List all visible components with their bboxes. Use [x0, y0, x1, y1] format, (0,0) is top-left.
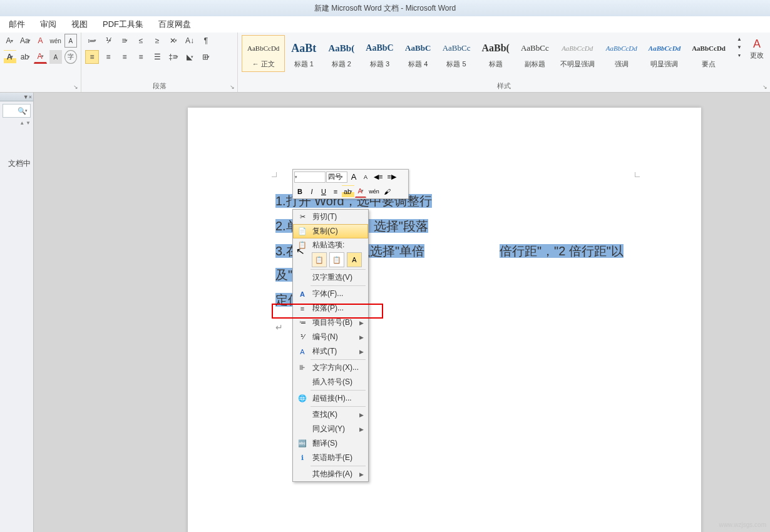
document-page[interactable]: 1.打开 Word，选中要调整行 2.单击鼠标右键，选择"段落 3.在"行距"中…	[188, 108, 701, 532]
tab-view[interactable]: 视图	[71, 19, 88, 30]
style-normal[interactable]: AaBbCcDd← 正文	[242, 35, 285, 72]
mini-italic[interactable]: I	[306, 185, 317, 198]
nav-pin-icon[interactable]: ▼	[23, 94, 29, 100]
styles-scroll-down[interactable]: ▼	[732, 43, 746, 51]
styles-expand[interactable]: ▾	[732, 51, 746, 59]
nav-prev-next[interactable]: ▲▼	[3, 120, 31, 126]
document-area: 1.打开 Word，选中要调整行 2.单击鼠标右键，选择"段落 3.在"行距"中…	[34, 93, 770, 532]
context-menu: ✂剪切(T) 📄复制(C) 📋粘贴选项: 📋 📋 A 汉字重选(V) A字体(F…	[292, 209, 369, 482]
ctx-other[interactable]: 其他操作(A)▶	[293, 467, 368, 481]
tab-pdftools[interactable]: PDF工具集	[103, 19, 143, 30]
font-color-button[interactable]: A▾	[34, 50, 46, 64]
distribute-button[interactable]: ☰	[150, 50, 164, 64]
style-title[interactable]: AaBb(标题	[476, 35, 515, 72]
mini-phonetic[interactable]: wén	[367, 185, 381, 198]
shading-button[interactable]: ◣▾	[183, 50, 197, 64]
paste-text-only[interactable]: A	[347, 252, 362, 267]
change-case-button[interactable]: Aa▾	[19, 34, 31, 48]
font-dialog-launcher[interactable]: ↘	[72, 83, 80, 91]
styles-dialog-launcher[interactable]: ↘	[761, 83, 769, 91]
mini-highlight[interactable]: ab▾	[342, 185, 354, 198]
change-styles-button[interactable]: A 更改	[747, 35, 766, 63]
numbering-button[interactable]: ⅟▾	[101, 34, 115, 48]
style-intense-emphasis[interactable]: AaBbCcDd明显强调	[643, 35, 686, 72]
ctx-find[interactable]: 查找(K)▶	[293, 407, 368, 422]
align-justify-button[interactable]: ≡	[134, 50, 148, 64]
nav-close-icon[interactable]: ×	[29, 94, 32, 100]
tab-mail[interactable]: 邮件	[9, 19, 25, 30]
clear-format-button[interactable]: A	[34, 34, 46, 48]
paragraph-dialog-launcher[interactable]: ↘	[228, 83, 236, 91]
styles-group: AaBbCcDd← 正文 AaBt标题 1 AaBb(标题 2 AaBbC标题 …	[238, 33, 770, 92]
nav-search-input[interactable]: 🔍 ▾	[3, 104, 31, 118]
mini-format-painter[interactable]: 🖌	[382, 185, 393, 198]
style-strong[interactable]: AaBbCcDd要点	[686, 35, 731, 72]
multilevel-button[interactable]: ≡▾	[118, 34, 131, 48]
ctx-synonym[interactable]: 同义词(Y)▶	[293, 422, 368, 436]
ctx-copy[interactable]: 📄复制(C)	[293, 224, 368, 238]
ctx-style[interactable]: A样式(T)▶	[293, 344, 368, 359]
ctx-textdir[interactable]: ⊪文字方向(X)...	[293, 361, 368, 375]
ctx-bullets[interactable]: ≔项目符号(B)▶	[293, 315, 368, 330]
style-heading1[interactable]: AaBt标题 1	[285, 35, 322, 72]
paste-keep-source[interactable]: 📋	[312, 252, 327, 267]
borders-button[interactable]: ⊞▾	[199, 50, 213, 64]
paste-merge[interactable]: 📋	[329, 252, 344, 267]
align-right-button[interactable]: ≡	[118, 50, 131, 64]
char-border-button[interactable]: A	[64, 34, 77, 48]
align-center-button[interactable]: ≡	[101, 50, 115, 64]
mini-font-color[interactable]: A▾	[355, 185, 366, 198]
mini-bold[interactable]: B	[294, 185, 305, 198]
ctx-font[interactable]: A字体(F)...	[293, 287, 368, 301]
cut-icon: ✂	[297, 212, 307, 222]
paragraph-icon: ≡	[297, 304, 307, 314]
show-marks-button[interactable]: ¶	[199, 34, 213, 48]
style-subtle-emphasis[interactable]: AaBbCcDd不明显强调	[555, 35, 600, 72]
align-left-button[interactable]: ≡	[85, 50, 99, 64]
mini-font-select[interactable]: ▾	[294, 171, 326, 183]
mini-shrink-font[interactable]: A	[360, 171, 371, 183]
increase-indent-button[interactable]: ≥	[150, 34, 164, 48]
ctx-separator	[311, 406, 366, 407]
ctx-numbering[interactable]: ⅟编号(N)▶	[293, 330, 368, 344]
ctx-enghelp[interactable]: ℹ英语助手(E)	[293, 451, 368, 465]
style-heading3[interactable]: AaBbC标题 3	[360, 35, 399, 72]
bullets-icon: ≔	[297, 318, 307, 328]
mini-decrease-indent[interactable]: ◀≡	[372, 171, 384, 183]
mini-center[interactable]: ≡	[330, 185, 341, 198]
hyperlink-icon: 🌐	[297, 394, 307, 404]
char-shading-button[interactable]: A	[49, 50, 62, 64]
style-subtitle[interactable]: AaBbCc副标题	[515, 35, 555, 72]
mini-fontsize-select[interactable]: 四号▾	[326, 171, 347, 183]
nav-status-text: 文档中	[0, 127, 33, 169]
tab-baidu[interactable]: 百度网盘	[158, 19, 191, 30]
enclose-char-button[interactable]: 字	[64, 50, 77, 64]
ctx-hyperlink[interactable]: 🌐超链接(H)...	[293, 391, 368, 406]
textdir-icon: ⊪	[297, 363, 307, 373]
window-title: 新建 Microsoft Word 文档 - Microsoft Word	[0, 0, 770, 16]
mini-increase-indent[interactable]: ≡▶	[385, 171, 398, 183]
style-heading4[interactable]: AaBbC标题 4	[399, 35, 437, 72]
ctx-symbol[interactable]: 插入符号(S)	[293, 375, 368, 389]
tab-review[interactable]: 审阅	[40, 19, 56, 30]
phonetic-button[interactable]: wén	[49, 34, 61, 48]
char-fill-button[interactable]: ab▾	[19, 50, 31, 64]
paragraph-group: ≔▾ ⅟▾ ≡▾ ≤ ≥ ✕▾ A↓ ¶ ≡ ≡ ≡ ≡ ☰ ‡≡▾ ◣▾ ⊞▾…	[81, 33, 238, 92]
styles-scroll-up[interactable]: ▲	[732, 35, 746, 43]
ctx-hanzi[interactable]: 汉字重选(V)	[293, 270, 368, 285]
mini-grow-font[interactable]: A	[348, 171, 359, 183]
style-heading2[interactable]: AaBb(标题 2	[322, 35, 360, 72]
ctx-paragraph[interactable]: ≡段落(P)...	[293, 301, 368, 315]
line-spacing-button[interactable]: ‡≡▾	[167, 50, 180, 64]
sort-button[interactable]: A↓	[183, 34, 197, 48]
ctx-cut[interactable]: ✂剪切(T)	[293, 210, 368, 224]
asian-layout-button[interactable]: ✕▾	[167, 34, 180, 48]
style-emphasis[interactable]: AaBbCcDd强调	[600, 35, 643, 72]
decrease-indent-button[interactable]: ≤	[134, 34, 148, 48]
mini-underline[interactable]: U	[318, 185, 329, 198]
grow-font-button[interactable]: A▼	[4, 34, 16, 48]
bullets-button[interactable]: ≔▾	[85, 34, 99, 48]
style-heading5[interactable]: AaBbCc标题 5	[437, 35, 476, 72]
highlight-button[interactable]: A▾	[4, 50, 16, 64]
ctx-translate[interactable]: 🔤翻译(S)	[293, 436, 368, 451]
